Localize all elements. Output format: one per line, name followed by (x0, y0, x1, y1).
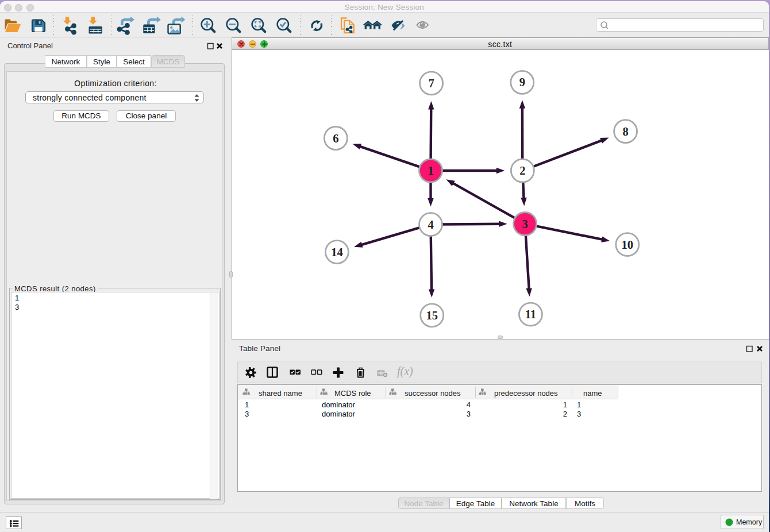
svg-text:4: 4 (428, 218, 433, 231)
svg-text:9: 9 (519, 76, 525, 88)
svg-text:6: 6 (333, 132, 338, 145)
svg-text:2: 2 (519, 164, 525, 177)
svg-text:1: 1 (428, 164, 433, 177)
svg-text:8: 8 (622, 125, 628, 138)
svg-text:7: 7 (428, 77, 434, 90)
svg-text:14: 14 (331, 246, 343, 259)
svg-text:15: 15 (426, 309, 438, 322)
svg-text:3: 3 (522, 218, 528, 230)
svg-text:10: 10 (622, 238, 634, 251)
svg-text:11: 11 (525, 308, 536, 321)
